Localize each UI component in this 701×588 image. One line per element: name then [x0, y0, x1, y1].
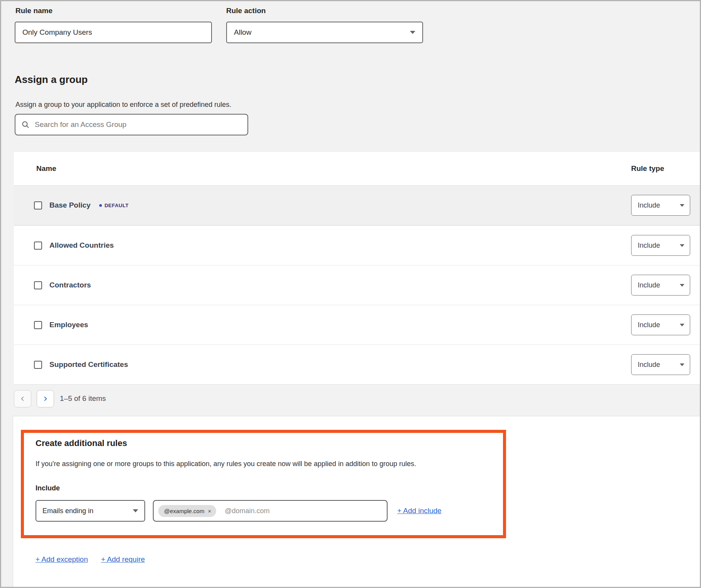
rule-type-select[interactable]: Include: [631, 354, 690, 375]
create-additional-rules-highlight: Create additional rules If you're assign…: [21, 430, 506, 538]
rule-action-value: Allow: [234, 28, 251, 37]
chip-label: @example.com: [164, 508, 204, 514]
add-include-link[interactable]: + Add include: [397, 507, 442, 515]
row-checkbox[interactable]: [34, 361, 42, 369]
email-domains-field[interactable]: @example.com ×: [153, 500, 388, 522]
include-label: Include: [36, 484, 503, 492]
table-row: Contractors Include: [14, 265, 701, 305]
rule-type-value: Include: [638, 242, 660, 250]
table-row: Base Policy DEFAULT Include: [14, 186, 701, 225]
remove-chip-icon[interactable]: ×: [208, 508, 211, 514]
rule-action-select[interactable]: Allow: [226, 22, 423, 43]
chevron-down-icon: [410, 31, 415, 34]
default-badge: DEFAULT: [99, 203, 129, 208]
rule-name-input[interactable]: [15, 22, 212, 43]
chevron-down-icon: [680, 324, 684, 326]
search-icon: [22, 121, 29, 128]
chevron-left-icon: [20, 396, 25, 402]
group-name: Employees: [49, 321, 88, 329]
column-header-name: Name: [14, 164, 56, 173]
rule-type-value: Include: [638, 281, 660, 289]
rule-type-select[interactable]: Include: [631, 314, 690, 335]
assign-group-description: Assign a group to your application to en…: [15, 101, 231, 109]
prev-page-button[interactable]: [14, 390, 31, 407]
rule-type-select[interactable]: Include: [631, 195, 690, 216]
email-domain-chip: @example.com ×: [158, 505, 216, 517]
additional-rules-description: If you're assigning one or more groups t…: [36, 460, 503, 468]
row-checkbox[interactable]: [34, 242, 42, 250]
access-groups-table: Name Rule type Base Policy DEFAULT Inclu…: [14, 152, 701, 385]
table-header: Name Rule type: [14, 152, 701, 186]
rule-type-value: Include: [638, 361, 660, 369]
chevron-down-icon: [680, 363, 684, 366]
group-name: Supported Certificates: [49, 360, 128, 369]
access-group-search[interactable]: [15, 114, 248, 135]
chevron-down-icon: [680, 244, 684, 247]
email-domain-input[interactable]: [225, 507, 340, 515]
include-selector-select[interactable]: Emails ending in: [36, 500, 145, 522]
rule-type-select[interactable]: Include: [631, 235, 690, 256]
chevron-down-icon: [680, 204, 684, 207]
rule-name-label: Rule name: [15, 7, 52, 15]
chevron-right-icon: [42, 396, 48, 402]
rule-type-value: Include: [638, 201, 660, 210]
additional-rules-heading: Create additional rules: [36, 438, 503, 448]
row-checkbox[interactable]: [34, 321, 42, 329]
rule-type-value: Include: [638, 321, 660, 329]
badge-label: DEFAULT: [105, 203, 129, 208]
search-input[interactable]: [35, 120, 241, 129]
pagination-summary: 1–5 of 6 items: [60, 394, 106, 403]
add-exception-link[interactable]: + Add exception: [36, 555, 88, 564]
group-name: Allowed Countries: [49, 241, 114, 250]
include-selector-value: Emails ending in: [42, 507, 93, 515]
assign-group-heading: Assign a group: [15, 74, 88, 86]
table-row: Supported Certificates Include: [14, 345, 701, 384]
column-header-rule-type: Rule type: [631, 164, 664, 173]
add-require-link[interactable]: + Add require: [101, 555, 145, 564]
row-checkbox[interactable]: [34, 281, 42, 289]
table-row: Allowed Countries Include: [14, 225, 701, 265]
badge-dot-icon: [99, 204, 102, 207]
chevron-down-icon: [133, 509, 138, 512]
rule-type-select[interactable]: Include: [631, 275, 690, 296]
next-page-button[interactable]: [37, 390, 54, 407]
group-name: Contractors: [49, 281, 91, 289]
rule-action-label: Rule action: [226, 7, 266, 15]
additional-rules-card: Create additional rules If you're assign…: [13, 416, 701, 588]
row-checkbox[interactable]: [34, 201, 42, 210]
chevron-down-icon: [680, 284, 684, 287]
group-name: Base Policy: [49, 201, 91, 210]
table-row: Employees Include: [14, 305, 701, 345]
